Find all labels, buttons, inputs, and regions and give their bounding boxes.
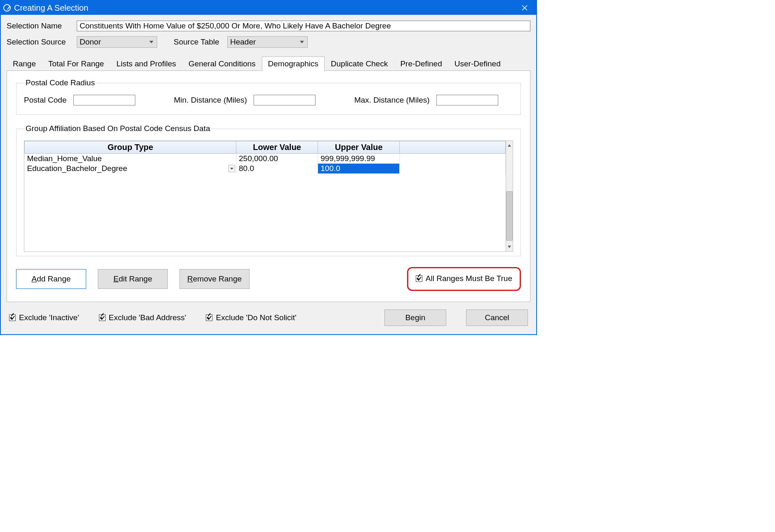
window-title: Creating A Selection [14, 3, 516, 13]
min-distance-input[interactable] [254, 95, 316, 105]
label-max-distance: Max. Distance (Miles) [354, 96, 430, 105]
grid-scrollbar[interactable] [506, 141, 513, 252]
scroll-down-icon[interactable] [506, 242, 513, 251]
selection-source-combo[interactable]: Donor [77, 36, 157, 48]
row-selection-source: Selection Source Donor Source Table Head… [7, 36, 530, 48]
cell-blank [400, 164, 506, 173]
table-header-row: Group Type Lower Value Upper Value [25, 141, 506, 154]
label-source-table: Source Table [174, 37, 227, 47]
selection-name-input[interactable] [77, 21, 530, 31]
tab-user-defined[interactable]: User-Defined [448, 56, 507, 71]
col-blank [400, 141, 506, 154]
label-postal-code: Postal Code [24, 96, 67, 105]
cell-lower-value[interactable]: 250,000.00 [236, 154, 318, 164]
range-buttons-row: Add Range Edit Range Remove Range All Ra… [16, 267, 521, 291]
table-row[interactable]: Education_Bachelor_Degree80.0100.0 [25, 164, 506, 173]
tab-panel-demographics: Postal Code Radius Postal Code Min. Dist… [7, 70, 530, 302]
scroll-thumb[interactable] [506, 191, 513, 241]
checkbox-exclude-inactive-label: Exclude 'Inactive' [19, 313, 79, 322]
legend-census: Group Affiliation Based On Postal Code C… [24, 124, 212, 133]
close-icon[interactable] [516, 1, 533, 15]
app-icon [3, 4, 11, 12]
tabs: RangeTotal For RangeLists and ProfilesGe… [7, 56, 530, 302]
checkbox-all-ranges-label: All Ranges Must Be True [426, 274, 512, 283]
scroll-up-icon[interactable] [506, 141, 513, 150]
label-selection-name: Selection Name [7, 21, 77, 30]
max-distance-input[interactable] [436, 95, 498, 105]
label-selection-source: Selection Source [7, 37, 77, 47]
legend-postal-radius: Postal Code Radius [24, 78, 97, 87]
col-upper-value[interactable]: Upper Value [318, 141, 400, 154]
tab-range[interactable]: Range [7, 56, 42, 71]
tab-lists-and-profiles[interactable]: Lists and Profiles [110, 56, 182, 71]
cell-blank [400, 154, 506, 164]
tab-duplicate-check[interactable]: Duplicate Check [325, 56, 394, 71]
postal-row: Postal Code Min. Distance (Miles) Max. D… [24, 95, 513, 105]
dialog-window: Creating A Selection Selection Name Sele… [0, 0, 537, 335]
row-selection-name: Selection Name [7, 21, 530, 31]
chevron-down-icon [300, 41, 304, 43]
group-postal-radius: Postal Code Radius Postal Code Min. Dist… [16, 78, 521, 115]
group-census: Group Affiliation Based On Postal Code C… [16, 124, 521, 256]
chevron-down-icon [149, 41, 153, 43]
title-bar: Creating A Selection [1, 1, 536, 15]
checkbox-exclude-inactive[interactable]: Exclude 'Inactive' [9, 313, 79, 322]
checkbox-all-ranges-true[interactable]: All Ranges Must Be True [416, 274, 512, 283]
chevron-down-icon[interactable] [228, 165, 235, 172]
checkbox-exclude-bad-address-label: Exclude 'Bad Address' [109, 313, 186, 322]
cell-lower-value[interactable]: 80.0 [236, 164, 318, 173]
callout-all-ranges: All Ranges Must Be True [407, 267, 521, 291]
checkbox-exclude-dns[interactable]: Exclude 'Do Not Solicit' [206, 313, 296, 322]
col-lower-value[interactable]: Lower Value [236, 141, 318, 154]
checkbox-exclude-bad-address[interactable]: Exclude 'Bad Address' [99, 313, 186, 322]
census-grid-wrap: Group Type Lower Value Upper Value Media… [24, 141, 513, 252]
cancel-button[interactable]: Cancel [466, 309, 528, 326]
footer-row: Exclude 'Inactive' Exclude 'Bad Address'… [7, 302, 530, 328]
source-table-value: Header [230, 37, 264, 47]
cell-group-type[interactable]: Education_Bachelor_Degree [25, 164, 236, 173]
checkbox-exclude-dns-label: Exclude 'Do Not Solicit' [216, 313, 296, 322]
tab-demographics[interactable]: Demographics [262, 56, 325, 71]
tab-pre-defined[interactable]: Pre-Defined [394, 56, 448, 71]
add-range-button[interactable]: Add Range [16, 269, 86, 289]
census-grid[interactable]: Group Type Lower Value Upper Value Media… [24, 141, 506, 252]
begin-button[interactable]: Begin [384, 309, 446, 326]
remove-range-button[interactable]: Remove Range [179, 269, 250, 289]
postal-code-input[interactable] [73, 95, 135, 105]
source-table-combo[interactable]: Header [227, 36, 308, 48]
col-group-type[interactable]: Group Type [25, 141, 236, 154]
cell-upper-value[interactable]: 100.0 [318, 164, 400, 173]
tab-total-for-range[interactable]: Total For Range [42, 56, 110, 71]
edit-range-button[interactable]: Edit Range [98, 269, 168, 289]
tab-strip: RangeTotal For RangeLists and ProfilesGe… [7, 56, 530, 70]
cell-upper-value[interactable]: 999,999,999.99 [318, 154, 400, 164]
selection-source-value: Donor [80, 37, 109, 47]
table-row[interactable]: Median_Home_Value250,000.00999,999,999.9… [25, 154, 506, 164]
label-min-distance: Min. Distance (Miles) [174, 96, 247, 105]
client-area: Selection Name Selection Source Donor So… [1, 15, 536, 334]
cell-group-type[interactable]: Median_Home_Value [25, 154, 236, 164]
tab-general-conditions[interactable]: General Conditions [182, 56, 262, 71]
